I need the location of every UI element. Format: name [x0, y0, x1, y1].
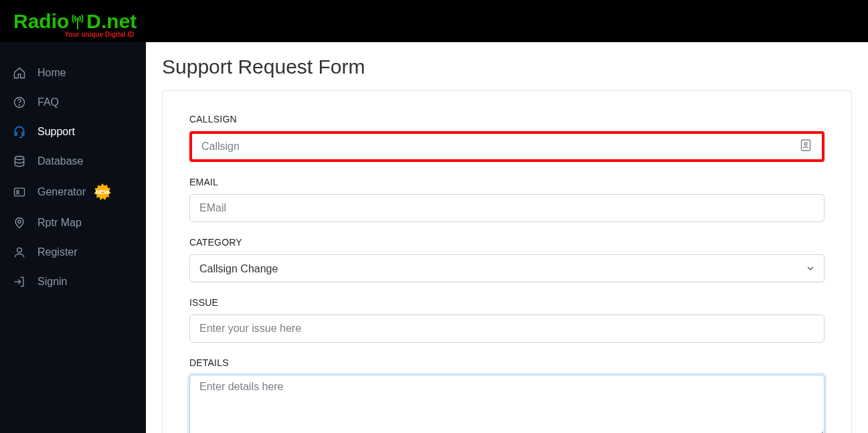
sidebar-item-label: Support — [37, 126, 75, 138]
sidebar-item-label: Signin — [37, 276, 67, 288]
sidebar-item-home[interactable]: Home — [0, 58, 146, 88]
sidebar-item-rptr-map[interactable]: Rptr Map — [0, 208, 146, 238]
sidebar: Home FAQ Support Database Generator — [0, 42, 146, 433]
callsign-highlight — [189, 131, 824, 162]
category-group: CATEGORY Callsign Change — [189, 237, 824, 282]
email-group: EMAIL — [189, 177, 824, 222]
callsign-label: CALLSIGN — [189, 114, 824, 124]
sidebar-item-database[interactable]: Database — [0, 147, 146, 176]
issue-label: ISSUE — [189, 297, 824, 308]
svg-point-7 — [18, 220, 21, 223]
page-title: Support Request Form — [162, 56, 852, 78]
sidebar-item-faq[interactable]: FAQ — [0, 88, 146, 117]
details-textarea[interactable] — [189, 375, 824, 433]
details-label: DETAILS — [189, 357, 824, 368]
sidebar-item-support[interactable]: Support — [0, 117, 146, 147]
sidebar-item-generator[interactable]: Generator NEW — [0, 176, 146, 208]
form-card: CALLSIGN EMAIL CATEGORY Callsign — [162, 90, 852, 433]
sidebar-item-label: Register — [37, 246, 78, 258]
email-label: EMAIL — [189, 177, 824, 187]
email-input[interactable] — [189, 194, 824, 222]
id-card-icon — [12, 185, 27, 199]
issue-group: ISSUE — [189, 297, 824, 343]
svg-point-4 — [15, 157, 23, 160]
sidebar-item-label: Generator — [37, 186, 86, 198]
new-badge: NEW — [94, 183, 111, 201]
database-icon — [12, 154, 27, 169]
brand-tagline: Your unique Digital ID — [65, 31, 135, 38]
sidebar-item-register[interactable]: Register — [0, 238, 146, 267]
svg-point-3 — [19, 105, 20, 106]
headset-icon — [12, 124, 27, 139]
user-icon — [12, 245, 27, 260]
map-pin-icon — [12, 215, 27, 230]
sidebar-item-label: FAQ — [37, 96, 59, 108]
home-icon — [12, 66, 27, 80]
svg-rect-1 — [77, 19, 78, 29]
issue-input[interactable] — [189, 315, 824, 343]
callsign-group: CALLSIGN — [189, 114, 824, 162]
svg-rect-5 — [15, 188, 25, 196]
brand-logo[interactable]: Radio D.net Your unique Digital ID — [13, 11, 137, 31]
brand-name-left: Radio — [13, 11, 69, 31]
svg-point-6 — [17, 191, 19, 193]
category-select[interactable]: Callsign Change — [189, 254, 824, 282]
category-label: CATEGORY — [189, 237, 824, 248]
antenna-icon — [70, 11, 86, 31]
contacts-icon — [800, 139, 811, 154]
sidebar-item-signin[interactable]: Signin — [0, 267, 146, 296]
help-circle-icon — [12, 95, 27, 110]
header-bar: Radio D.net Your unique Digital ID — [0, 0, 868, 42]
callsign-input[interactable] — [192, 134, 822, 159]
svg-point-8 — [17, 248, 22, 252]
sidebar-item-label: Home — [37, 67, 66, 79]
sidebar-item-label: Database — [37, 155, 84, 167]
details-group: DETAILS — [189, 357, 824, 433]
svg-point-10 — [804, 143, 807, 145]
sidebar-item-label: Rptr Map — [37, 217, 82, 229]
brand-name-right: D.net — [86, 11, 137, 31]
main-content: Support Request Form CALLSIGN EMAIL — [146, 42, 868, 433]
signin-icon — [12, 274, 27, 289]
